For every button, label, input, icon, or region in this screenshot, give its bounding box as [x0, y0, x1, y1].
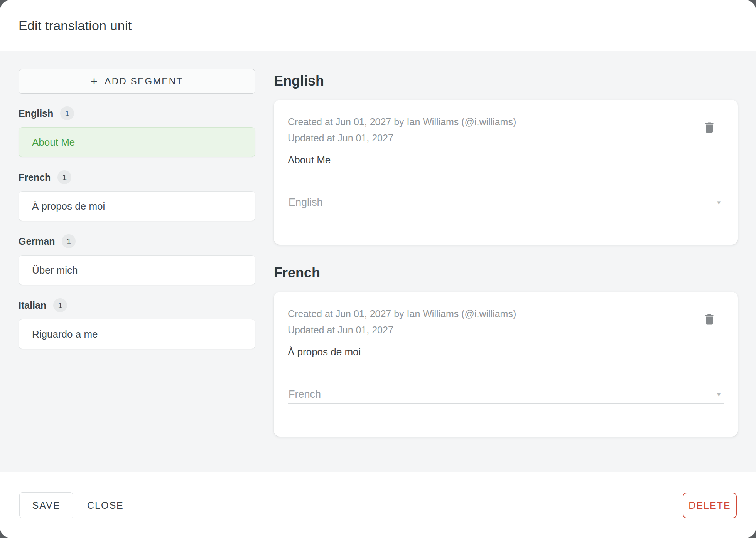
dialog-body: + ADD SEGMENT English 1 About Me French … [0, 51, 756, 472]
segment-count-badge: 1 [53, 298, 67, 312]
updated-at-text: Updated at Jun 01, 2027 [288, 322, 724, 338]
plus-icon: + [91, 76, 98, 87]
sidebar-group-english: English 1 About Me [19, 106, 255, 157]
page-title: Edit translation unit [19, 18, 132, 33]
language-label-row: German 1 [19, 234, 255, 249]
close-button[interactable]: CLOSE [80, 492, 131, 518]
section-heading-french: French [274, 265, 738, 281]
segment-count-badge: 1 [60, 106, 74, 120]
segment-count-badge: 1 [57, 170, 71, 184]
sidebar-group-german: German 1 Über mich [19, 234, 255, 285]
segment-item-french[interactable]: À propos de moi [19, 191, 255, 221]
language-label-row: French 1 [19, 170, 255, 185]
segment-text: Über mich [32, 264, 78, 276]
segment-card-english: Created at Jun 01, 2027 by Ian Williams … [274, 100, 738, 245]
updated-at-text: Updated at Jun 01, 2027 [288, 130, 724, 146]
add-segment-label: ADD SEGMENT [105, 76, 183, 87]
segment-text: About Me [32, 136, 75, 148]
language-label: German [19, 236, 55, 247]
segment-card-french: Created at Jun 01, 2027 by Ian Williams … [274, 292, 738, 437]
language-select[interactable]: French ▼ [288, 390, 724, 404]
edit-translation-unit-dialog: Edit translation unit + ADD SEGMENT Engl… [0, 0, 756, 538]
chevron-down-icon: ▼ [716, 392, 722, 397]
chevron-down-icon: ▼ [716, 200, 722, 205]
created-at-text: Created at Jun 01, 2027 by Ian Williams … [288, 306, 724, 322]
language-label: English [19, 108, 53, 119]
sidebar-group-italian: Italian 1 Riguardo a me [19, 298, 255, 349]
segment-detail-panel: English Created at Jun 01, 2027 by Ian W… [274, 69, 738, 472]
segment-item-english[interactable]: About Me [19, 127, 255, 157]
language-select[interactable]: English ▼ [288, 198, 724, 212]
language-select-value: English [289, 197, 323, 208]
segment-text: À propos de moi [32, 200, 105, 212]
save-button[interactable]: SAVE [19, 492, 73, 518]
section-heading-english: English [274, 73, 738, 89]
delete-segment-button[interactable] [701, 119, 718, 136]
segment-value-text: About Me [288, 153, 724, 167]
add-segment-button[interactable]: + ADD SEGMENT [19, 69, 255, 94]
dialog-footer: SAVE CLOSE DELETE [0, 472, 756, 538]
sidebar-group-french: French 1 À propos de moi [19, 170, 255, 221]
language-label-row: Italian 1 [19, 298, 255, 313]
language-label: French [19, 172, 51, 183]
segment-item-italian[interactable]: Riguardo a me [19, 319, 255, 349]
delete-segment-button[interactable] [701, 311, 718, 328]
trash-icon [702, 121, 716, 134]
segments-sidebar: + ADD SEGMENT English 1 About Me French … [19, 69, 255, 472]
segment-text: Riguardo a me [32, 328, 98, 340]
segment-count-badge: 1 [62, 234, 76, 248]
language-label: Italian [19, 300, 46, 311]
segment-item-german[interactable]: Über mich [19, 255, 255, 285]
language-select-value: French [289, 388, 321, 400]
segment-value-text: À propos de moi [288, 345, 724, 359]
created-at-text: Created at Jun 01, 2027 by Ian Williams … [288, 114, 724, 130]
dialog-header: Edit translation unit [0, 0, 756, 51]
delete-button[interactable]: DELETE [683, 493, 737, 518]
language-label-row: English 1 [19, 106, 255, 121]
trash-icon [702, 313, 716, 326]
